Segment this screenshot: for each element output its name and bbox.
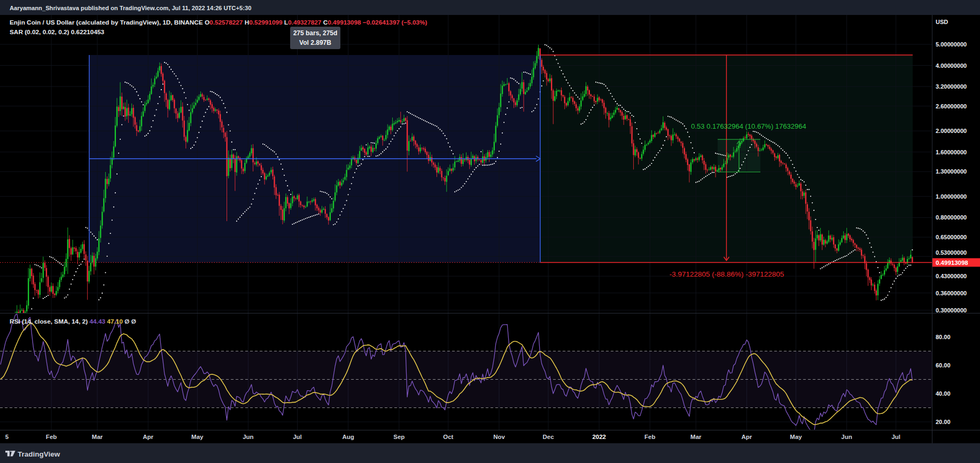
svg-text:0.49913098: 0.49913098: [936, 260, 968, 266]
svg-text:5: 5: [5, 434, 9, 440]
svg-text:40.00: 40.00: [936, 390, 951, 397]
svg-text:2.60000000: 2.60000000: [936, 103, 967, 109]
svg-text:SAR (0.02, 0.02, 0.2) 0.62210: SAR (0.02, 0.02, 0.2) 0.62210453: [10, 28, 105, 36]
svg-text:0.80000000: 0.80000000: [936, 214, 967, 221]
svg-text:Apr: Apr: [143, 434, 153, 440]
svg-text:Mar: Mar: [690, 434, 702, 440]
svg-text:Dec: Dec: [542, 434, 554, 440]
svg-text:Oct: Oct: [443, 434, 453, 440]
svg-text:Vol 2.897B: Vol 2.897B: [299, 39, 331, 46]
svg-text:275 bars, 275d: 275 bars, 275d: [293, 29, 338, 37]
svg-text:Jun: Jun: [841, 434, 852, 440]
svg-text:Aaryamann_Shrivastava publishe: Aaryamann_Shrivastava published on Tradi…: [10, 5, 251, 11]
svg-text:5.00000000: 5.00000000: [936, 41, 967, 48]
svg-text:TradingView: TradingView: [18, 450, 60, 458]
svg-text:4.00000000: 4.00000000: [936, 62, 967, 69]
svg-text:Apr: Apr: [741, 434, 752, 440]
svg-text:2022: 2022: [592, 434, 606, 440]
svg-text:RSI (14, close, SMA, 14, 2) 4: RSI (14, close, SMA, 14, 2) 44.43 47.10 …: [10, 318, 136, 325]
svg-text:-3.97122805 (-88.86%) -3971228: -3.97122805 (-88.86%) -397122805: [670, 270, 784, 278]
svg-text:Feb: Feb: [644, 434, 655, 440]
svg-text:0.53 0.17632964 (10.67%) 176: 0.53 0.17632964 (10.67%) 17632964: [691, 122, 806, 130]
svg-text:0.53000000: 0.53000000: [936, 249, 967, 256]
svg-text:Feb: Feb: [46, 434, 57, 440]
svg-text:3.20000000: 3.20000000: [936, 83, 967, 90]
svg-text:0.43000000: 0.43000000: [936, 273, 967, 279]
svg-text:Jul: Jul: [293, 434, 302, 440]
svg-text:1.30000000: 1.30000000: [936, 168, 967, 175]
svg-text:1.00000000: 1.00000000: [936, 193, 967, 200]
svg-text:May: May: [790, 434, 802, 440]
svg-text:80.00: 80.00: [936, 334, 951, 340]
svg-text:USD: USD: [936, 19, 948, 25]
svg-text:Enjin Coin / US Dollar (calcul: Enjin Coin / US Dollar (calculated by Tr…: [10, 19, 427, 26]
svg-text:1.60000000: 1.60000000: [936, 149, 967, 155]
svg-text:Nov: Nov: [493, 434, 505, 440]
svg-text:Mar: Mar: [92, 434, 103, 440]
svg-text:Jul: Jul: [891, 434, 900, 440]
svg-text:0.30000000: 0.30000000: [936, 307, 967, 313]
svg-text:Sep: Sep: [393, 434, 405, 440]
svg-text:2.00000000: 2.00000000: [936, 128, 967, 134]
svg-text:May: May: [191, 434, 204, 440]
svg-text:20.00: 20.00: [936, 419, 951, 425]
svg-text:Aug: Aug: [342, 434, 354, 440]
svg-text:0.65000000: 0.65000000: [936, 234, 967, 240]
svg-text:Jun: Jun: [243, 434, 253, 440]
svg-text:60.00: 60.00: [936, 362, 951, 368]
svg-text:0.36000000: 0.36000000: [936, 290, 967, 296]
